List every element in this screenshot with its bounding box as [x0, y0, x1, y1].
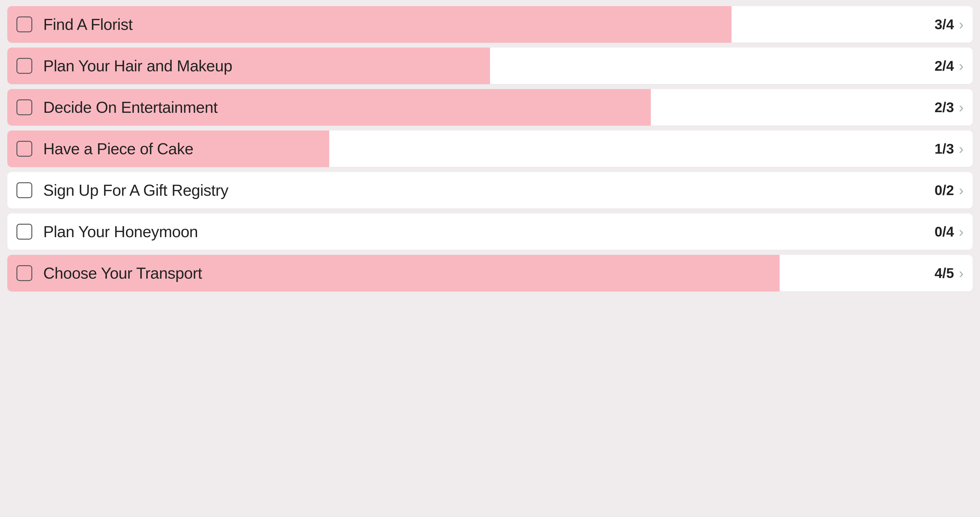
item-meta-plan-hair-makeup: 2/4› [935, 57, 964, 74]
checklist-item-find-florist[interactable]: Find A Florist3/4› [7, 6, 973, 43]
item-content-have-piece-cake: Have a Piece of Cake1/3› [7, 140, 973, 158]
item-meta-have-piece-cake: 1/3› [935, 140, 964, 157]
checkbox-sign-up-gift-registry[interactable] [16, 182, 32, 198]
checklist-item-sign-up-gift-registry[interactable]: Sign Up For A Gift Registry0/2› [7, 172, 973, 209]
checkbox-decide-entertainment[interactable] [16, 99, 32, 115]
checklist-item-plan-hair-makeup[interactable]: Plan Your Hair and Makeup2/4› [7, 48, 973, 84]
checkbox-plan-honeymoon[interactable] [16, 224, 32, 239]
checklist-item-plan-honeymoon[interactable]: Plan Your Honeymoon0/4› [7, 213, 973, 250]
item-meta-decide-entertainment: 2/3› [935, 99, 964, 115]
item-meta-sign-up-gift-registry: 0/2› [935, 182, 964, 198]
chevron-icon-find-florist: › [959, 16, 964, 33]
chevron-icon-choose-transport: › [959, 265, 964, 281]
item-content-find-florist: Find A Florist3/4› [7, 15, 973, 34]
item-count-plan-hair-makeup: 2/4 [935, 57, 954, 74]
checklist-item-decide-entertainment[interactable]: Decide On Entertainment2/3› [7, 89, 973, 126]
item-count-plan-honeymoon: 0/4 [935, 223, 954, 240]
item-content-sign-up-gift-registry: Sign Up For A Gift Registry0/2› [7, 181, 973, 199]
chevron-icon-have-piece-cake: › [959, 140, 964, 157]
checkbox-have-piece-cake[interactable] [16, 141, 32, 157]
item-label-decide-entertainment: Decide On Entertainment [43, 98, 935, 116]
item-content-plan-honeymoon: Plan Your Honeymoon0/4› [7, 223, 973, 241]
checklist-item-choose-transport[interactable]: Choose Your Transport4/5› [7, 255, 973, 291]
item-count-have-piece-cake: 1/3 [935, 140, 954, 157]
checklist: Find A Florist3/4›Plan Your Hair and Mak… [7, 6, 973, 291]
chevron-icon-plan-honeymoon: › [959, 223, 964, 240]
item-meta-choose-transport: 4/5› [935, 265, 964, 281]
item-meta-plan-honeymoon: 0/4› [935, 223, 964, 240]
chevron-icon-plan-hair-makeup: › [959, 57, 964, 74]
checkbox-choose-transport[interactable] [16, 265, 32, 281]
item-label-find-florist: Find A Florist [43, 15, 935, 34]
item-content-plan-hair-makeup: Plan Your Hair and Makeup2/4› [7, 57, 973, 75]
item-label-plan-hair-makeup: Plan Your Hair and Makeup [43, 57, 935, 75]
item-count-decide-entertainment: 2/3 [935, 99, 954, 115]
item-label-have-piece-cake: Have a Piece of Cake [43, 140, 935, 158]
item-content-decide-entertainment: Decide On Entertainment2/3› [7, 98, 973, 116]
item-content-choose-transport: Choose Your Transport4/5› [7, 264, 973, 282]
item-count-sign-up-gift-registry: 0/2 [935, 182, 954, 198]
checkbox-plan-hair-makeup[interactable] [16, 58, 32, 74]
item-count-find-florist: 3/4 [935, 16, 954, 33]
chevron-icon-decide-entertainment: › [959, 99, 964, 115]
item-label-plan-honeymoon: Plan Your Honeymoon [43, 223, 935, 241]
item-label-sign-up-gift-registry: Sign Up For A Gift Registry [43, 181, 935, 199]
checkbox-find-florist[interactable] [16, 16, 32, 32]
chevron-icon-sign-up-gift-registry: › [959, 182, 964, 198]
checklist-item-have-piece-cake[interactable]: Have a Piece of Cake1/3› [7, 131, 973, 167]
item-count-choose-transport: 4/5 [935, 265, 954, 281]
item-label-choose-transport: Choose Your Transport [43, 264, 935, 282]
item-meta-find-florist: 3/4› [935, 16, 964, 33]
